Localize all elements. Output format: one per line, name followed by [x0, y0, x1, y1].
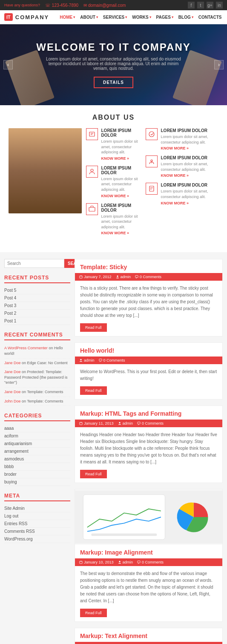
recent-posts-section: RECENT POSTS Post 5 Post 4 Post 3 Post 2… — [4, 275, 70, 325]
social-icons: f t g+ in — [188, 2, 223, 9]
post-image-meta: January 10, 2013 admin 0 Comments — [75, 558, 222, 566]
about-link-2[interactable]: KNOW MORE » — [101, 194, 141, 198]
meta-log-out[interactable]: Log out — [4, 512, 70, 520]
sidebar: SEARCH RECENT POSTS Post 5 Post 4 Post 3… — [4, 259, 70, 644]
about-heading-3: LOREM IPSUM DOLOR — [101, 203, 141, 213]
about-icon-3 — [86, 203, 98, 215]
header: IT COMPANY HOME ▾ ABOUT ▾ SERVICES ▾ WOR… — [0, 10, 227, 24]
meta-comments-rss[interactable]: Comments RSS — [4, 528, 70, 535]
hero-prev-button[interactable]: ‹ — [3, 60, 13, 69]
about-content-2: LOREM IPSUM DOLOR Lorem ipsum dolor sit … — [101, 166, 141, 198]
hero-subtitle: Lorem ipsum dolor sit amet, consectetur … — [46, 57, 182, 71]
about-text-5: Lorem ipsum dolor sit amet, consectetur … — [161, 161, 219, 172]
about-text-4: Lorem ipsum dolor sit amet, consectetur … — [161, 134, 219, 145]
about-content-5: LOREM IPSUM DOLOR Lorem ipsum dolor sit … — [161, 155, 219, 178]
post-hello-title[interactable]: Hello world! — [75, 343, 222, 356]
nav-about[interactable]: ABOUT ▾ — [78, 13, 100, 21]
sidebar-search-form: SEARCH — [4, 259, 70, 268]
recent-post-2[interactable]: Post 2 — [4, 310, 70, 317]
nav-works[interactable]: WORKS ▾ — [130, 13, 153, 21]
sidebar-search-input[interactable] — [4, 259, 64, 268]
recent-post-5[interactable]: Post 5 — [4, 287, 70, 294]
recent-posts-title: RECENT POSTS — [4, 275, 70, 283]
recent-post-3[interactable]: Post 3 — [4, 302, 70, 310]
post-text-title[interactable]: Markup: Text Alignment — [75, 628, 222, 642]
meta-title: META — [4, 493, 70, 501]
category-buying[interactable]: buying — [4, 478, 70, 486]
post-sticky-comments: 0 Comments — [135, 275, 161, 279]
svg-rect-28 — [91, 534, 157, 536]
nav-services[interactable]: SERVICES ▾ — [101, 13, 129, 21]
post-hello-meta: admin 0 Comments — [75, 356, 222, 364]
post-html-read-more[interactable]: Read Full — [80, 470, 107, 478]
post-image-title[interactable]: Markup: Image Alignment — [75, 545, 222, 558]
meta-entries-rss[interactable]: Entries RSS — [4, 520, 70, 528]
about-text-1: Lorem ipsum dolor sit amet, consectetur … — [101, 139, 141, 155]
post-sticky-read-more[interactable]: Read Full — [80, 323, 107, 332]
svg-point-18 — [80, 359, 81, 360]
hero-details-button[interactable]: DETAILS — [94, 77, 133, 88]
about-title: ABOUT US — [9, 114, 218, 121]
about-link-3[interactable]: KNOW MORE » — [101, 231, 141, 235]
linkedin-icon[interactable]: in — [216, 2, 223, 9]
nav-pages[interactable]: PAGES ▾ — [154, 13, 175, 21]
post-html-meta: January 11, 2013 admin 0 Comments — [75, 420, 222, 427]
svg-rect-20 — [80, 423, 82, 425]
logo[interactable]: IT COMPANY — [4, 13, 49, 21]
post-hello-body: Welcome to WordPress. This is your first… — [75, 364, 222, 386]
about-grid: LOREM IPSUM DOLOR Lorem ipsum dolor sit … — [9, 128, 218, 244]
nav-contacts[interactable]: CONTACTS — [196, 13, 224, 21]
categories-section: CATEGORIES aaaa aciform antiquarianism a… — [4, 413, 70, 486]
hero-next-button[interactable]: › — [214, 60, 224, 69]
post-image-date: January 10, 2013 — [79, 560, 114, 564]
meta-section: META Site Admin Log out Entries RSS Comm… — [4, 493, 70, 543]
nav-blog[interactable]: BLOG ▾ — [176, 13, 195, 21]
post-html-author: admin — [118, 421, 133, 426]
about-heading-6: LOREM IPSUM DOLOR — [161, 183, 219, 187]
about-link-1[interactable]: KNOW MORE » — [101, 156, 141, 161]
post-image-comments: 0 Comments — [137, 560, 164, 564]
post-sticky: Template: Sticky January 7, 2012 admin 0… — [75, 259, 223, 336]
about-link-4[interactable]: KNOW MORE » — [161, 146, 219, 150]
about-content-4: LOREM IPSUM DOLOR Lorem ipsum dolor sit … — [161, 128, 219, 150]
category-aaaa[interactable]: aaaa — [4, 425, 70, 432]
meta-site-admin[interactable]: Site Admin — [4, 505, 70, 512]
post-text-alignment: Markup: Text Alignment January 9, 2013 a… — [75, 628, 223, 644]
about-item-5: LOREM IPSUM DOLOR Lorem ipsum dolor sit … — [146, 155, 219, 178]
about-item-1: LOREM IPSUM DOLOR Lorem ipsum dolor sit … — [86, 128, 141, 161]
twitter-icon[interactable]: t — [197, 2, 204, 9]
about-link-5[interactable]: KNOW MORE » — [161, 173, 219, 178]
comment-5: John Doe on Template: Comments — [4, 397, 70, 406]
post-image-body: The best way to demonstrate the ebb and … — [75, 566, 222, 609]
svg-rect-6 — [89, 207, 95, 211]
nav-home[interactable]: HOME ▾ — [57, 13, 77, 21]
post-html-title[interactable]: Markup: HTML Tags and Formatting — [75, 406, 222, 420]
post-hello-read-more[interactable]: Read Full — [80, 386, 107, 395]
category-asmodeus[interactable]: asmodeus — [4, 455, 70, 463]
post-sticky-date: January 7, 2012 — [79, 275, 112, 279]
svg-rect-13 — [80, 276, 82, 279]
phone-number: ☏ 123-456-7890 — [45, 3, 78, 8]
logo-icon: IT — [4, 13, 13, 21]
post-sticky-title[interactable]: Template: Sticky — [75, 259, 222, 273]
about-heading-2: LOREM IPSUM DOLOR — [101, 166, 141, 175]
svg-rect-24 — [138, 422, 140, 424]
svg-point-32 — [119, 561, 120, 562]
category-aciform[interactable]: aciform — [4, 432, 70, 440]
logo-text: COMPANY — [15, 14, 49, 20]
facebook-icon[interactable]: f — [188, 2, 195, 9]
recent-post-4[interactable]: Post 4 — [4, 294, 70, 302]
hero-title: WELCOME TO IT COMPANY — [36, 41, 190, 53]
recent-post-1[interactable]: Post 1 — [4, 317, 70, 325]
about-img-inner — [9, 128, 82, 213]
meta-wordpress-org[interactable]: WordPress.org — [4, 535, 70, 543]
category-arrangement[interactable]: arrangement — [4, 448, 70, 455]
googleplus-icon[interactable]: g+ — [207, 2, 213, 9]
post-image-read-more[interactable]: Read Full — [80, 609, 107, 617]
about-link-6[interactable]: KNOW MORE » — [161, 201, 219, 205]
category-broder[interactable]: broder — [4, 471, 70, 478]
post-chart-svg — [75, 489, 222, 545]
category-bbbb[interactable]: bbbb — [4, 463, 70, 471]
category-antiquarianism[interactable]: antiquarianism — [4, 440, 70, 448]
about-arrow: ▾ — [96, 15, 98, 19]
